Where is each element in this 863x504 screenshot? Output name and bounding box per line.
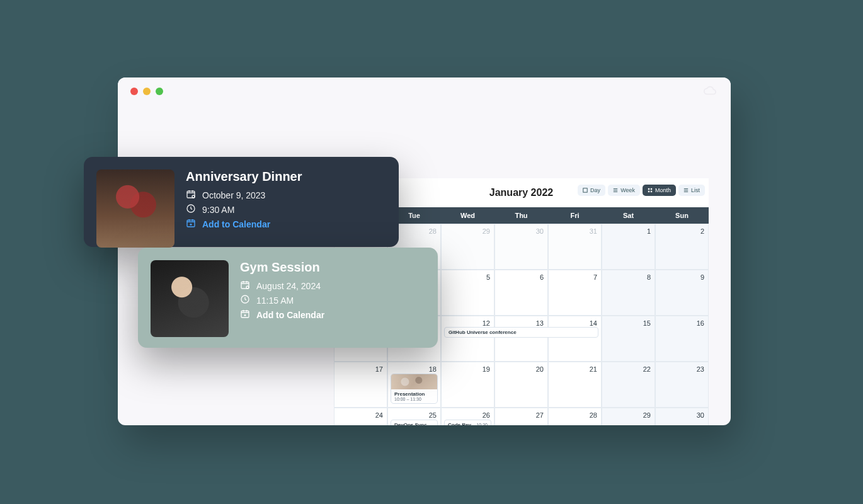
event-image-gym bbox=[151, 260, 229, 337]
window-minimize-button[interactable] bbox=[143, 88, 151, 95]
event-github-universe[interactable]: GitHub Universe conference bbox=[444, 327, 598, 338]
event-presentation[interactable]: Presentation10:00 – 11:30 bbox=[391, 374, 438, 404]
calendar-cell[interactable]: 30 bbox=[655, 408, 709, 425]
weekday-wed: Wed bbox=[441, 207, 494, 224]
window-titlebar bbox=[118, 77, 731, 105]
event-date-row: August 24, 2024 bbox=[240, 280, 324, 292]
calendar-cell[interactable]: 22 bbox=[602, 362, 655, 408]
day-number: 27 bbox=[536, 411, 544, 419]
calendar-cell[interactable]: 8 bbox=[602, 270, 655, 316]
calendar-cell[interactable]: 27 bbox=[494, 408, 548, 425]
calendar-cell[interactable]: 16 bbox=[655, 316, 709, 362]
day-number: 2 bbox=[700, 227, 704, 235]
calendar-cell[interactable]: 6 bbox=[494, 270, 548, 316]
calendar-cell[interactable]: 13 bbox=[494, 316, 548, 362]
svg-rect-9 bbox=[241, 282, 249, 289]
add-to-calendar-button[interactable]: Add to Calendar bbox=[240, 309, 324, 321]
calendar-title: January 2022 bbox=[489, 187, 553, 198]
event-details: Gym Session August 24, 2024 11:15 AM Add… bbox=[240, 260, 324, 335]
calendar-cell[interactable]: 26Code Review10:30Usability Testing18:45 bbox=[441, 408, 494, 425]
event-title: Anniversary Dinner bbox=[186, 169, 302, 184]
calendar-add-icon bbox=[186, 218, 196, 230]
day-number: 20 bbox=[536, 365, 544, 373]
window-close-button[interactable] bbox=[130, 88, 138, 95]
calendar-view-switch: Day Week Month bbox=[578, 185, 705, 196]
day-number: 12 bbox=[483, 319, 490, 327]
calendar-cell[interactable]: 18Presentation10:00 – 11:30 bbox=[387, 362, 441, 408]
calendar-cell[interactable]: 24 bbox=[334, 408, 387, 425]
event-codereview[interactable]: Code Review10:30 bbox=[444, 420, 491, 425]
event-devops[interactable]: DevOps Sync-Up bbox=[391, 420, 438, 425]
calendar-cell[interactable]: 1 bbox=[602, 224, 655, 270]
calendar-cell[interactable]: 23 bbox=[655, 362, 709, 408]
month-icon bbox=[648, 188, 653, 193]
calendar-cell[interactable]: 28 bbox=[548, 408, 602, 425]
day-icon bbox=[583, 188, 588, 193]
event-image-dinner bbox=[96, 169, 174, 248]
svg-point-10 bbox=[246, 286, 249, 289]
calendar-cell[interactable]: 31 bbox=[548, 224, 602, 270]
day-number: 6 bbox=[540, 273, 544, 281]
event-time-row: 9:30 AM bbox=[186, 203, 302, 215]
day-number: 29 bbox=[643, 411, 651, 419]
calendar-cell[interactable]: 12 bbox=[441, 316, 494, 362]
day-number: 15 bbox=[643, 319, 651, 327]
calendar-cell[interactable]: 29 bbox=[602, 408, 655, 425]
svg-rect-5 bbox=[187, 191, 195, 198]
calendar-cell[interactable]: 21 bbox=[548, 362, 602, 408]
weekday-sat: Sat bbox=[602, 207, 655, 224]
day-number: 30 bbox=[697, 411, 704, 419]
calendar-cell[interactable]: 29 bbox=[441, 224, 494, 270]
day-number: 21 bbox=[590, 365, 597, 373]
calendar-cell[interactable]: 30 bbox=[494, 224, 548, 270]
day-number: 25 bbox=[429, 411, 437, 419]
calendar-cell[interactable]: 15 bbox=[602, 316, 655, 362]
event-date-row: October 9, 2023 bbox=[186, 189, 302, 201]
view-list-button[interactable]: List bbox=[678, 185, 705, 196]
add-to-calendar-button[interactable]: Add to Calendar bbox=[186, 218, 302, 230]
event-card-gym-session: Gym Session August 24, 2024 11:15 AM Add… bbox=[138, 248, 438, 348]
calendar-cell[interactable]: 25DevOps Sync-Up bbox=[387, 408, 441, 425]
event-title: Gym Session bbox=[240, 260, 324, 275]
event-title: Code Review bbox=[448, 422, 476, 425]
day-number: 13 bbox=[536, 319, 544, 327]
calendar-cell[interactable]: 2 bbox=[655, 224, 709, 270]
day-number: 16 bbox=[697, 319, 704, 327]
event-date: October 9, 2023 bbox=[202, 190, 265, 200]
view-day-button[interactable]: Day bbox=[578, 185, 605, 196]
day-number: 31 bbox=[590, 227, 597, 235]
clock-icon bbox=[186, 203, 196, 215]
list-icon bbox=[683, 188, 689, 193]
day-number: 9 bbox=[700, 273, 704, 281]
svg-point-6 bbox=[192, 195, 195, 198]
day-number: 17 bbox=[375, 365, 383, 373]
day-number: 28 bbox=[590, 411, 597, 419]
event-github-title: GitHub Universe conference bbox=[449, 329, 517, 335]
calendar-cell[interactable]: 9 bbox=[655, 270, 709, 316]
view-list-label: List bbox=[691, 187, 700, 193]
calendar-cell[interactable]: 17 bbox=[334, 362, 387, 408]
day-number: 7 bbox=[593, 273, 597, 281]
day-number: 23 bbox=[697, 365, 704, 373]
calendar-cell[interactable]: 14 bbox=[548, 316, 602, 362]
day-number: 30 bbox=[536, 227, 544, 235]
calendar-cell[interactable]: 5 bbox=[441, 270, 494, 316]
calendar-cell[interactable]: 7 bbox=[548, 270, 602, 316]
weekday-thu: Thu bbox=[494, 207, 548, 224]
svg-rect-3 bbox=[648, 191, 649, 192]
day-number: 24 bbox=[375, 411, 383, 419]
day-number: 26 bbox=[483, 411, 490, 419]
calendar-cell[interactable]: 20 bbox=[494, 362, 548, 408]
view-week-button[interactable]: Week bbox=[608, 185, 640, 196]
calendar-cell[interactable]: 19 bbox=[441, 362, 494, 408]
view-month-label: Month bbox=[655, 187, 671, 193]
clock-icon bbox=[240, 294, 250, 306]
event-time: 10:00 – 11:30 bbox=[394, 397, 434, 401]
view-month-button[interactable]: Month bbox=[643, 185, 676, 196]
day-number: 19 bbox=[483, 365, 490, 373]
calendar-icon bbox=[240, 280, 250, 292]
window-maximize-button[interactable] bbox=[156, 88, 163, 95]
day-number: 5 bbox=[486, 273, 490, 281]
view-day-label: Day bbox=[590, 187, 600, 193]
calendar-icon bbox=[186, 189, 196, 201]
